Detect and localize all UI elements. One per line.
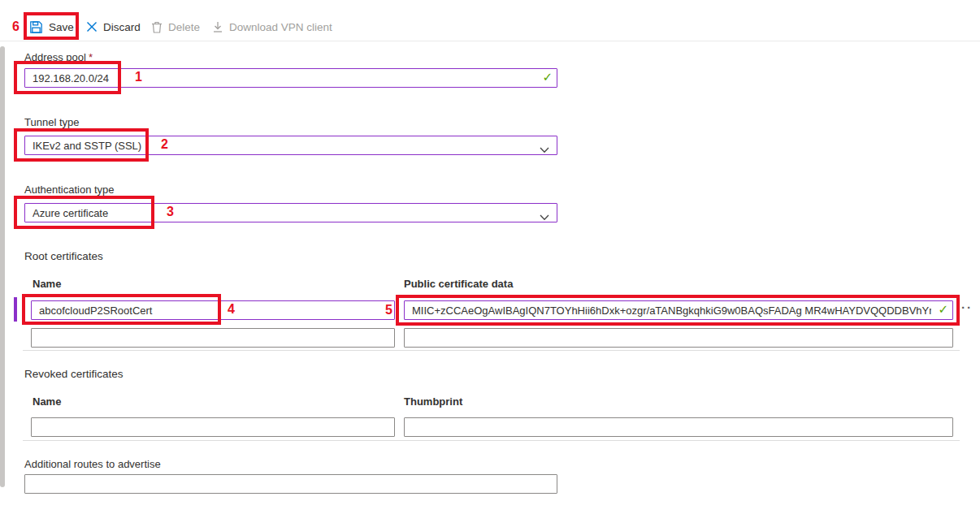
save-button-label: Save [49, 21, 74, 33]
additional-routes-label: Additional routes to advertise [24, 458, 161, 470]
address-pool-field: ✓ [24, 68, 557, 88]
root-cert-name-header: Name [33, 278, 61, 290]
root-cert-name-empty-field [31, 328, 395, 348]
floppy-disk-icon [29, 20, 43, 34]
tunnel-type-dropdown[interactable] [24, 136, 557, 155]
discard-button[interactable]: Discard [86, 18, 141, 36]
vertical-scrollbar[interactable] [0, 46, 5, 487]
additional-routes-field [24, 474, 557, 494]
p2s-vpn-configuration-page: Save Discard Delete Download VPN [0, 0, 980, 514]
download-arrow-icon [212, 21, 223, 33]
revoked-cert-thumbprint-input[interactable] [404, 417, 953, 437]
root-cert-data-input[interactable] [404, 300, 953, 320]
x-mark-icon [86, 21, 98, 32]
delete-button[interactable]: Delete [151, 18, 200, 36]
root-cert-data-field: ✓ [404, 300, 953, 320]
address-pool-label: Address pool* [24, 51, 93, 63]
annotation-digit-6: 6 [12, 19, 20, 34]
download-vpn-client-button[interactable]: Download VPN client [212, 18, 332, 36]
section-divider [23, 440, 960, 441]
row-context-menu-dots[interactable]: ·· [961, 300, 973, 316]
revoked-certificates-heading: Revoked certificates [24, 368, 124, 380]
toolbar-divider [0, 41, 980, 41]
root-certificates-heading: Root certificates [24, 250, 103, 262]
authentication-type-dropdown[interactable] [24, 203, 557, 222]
tunnel-type-value[interactable] [24, 136, 557, 155]
authentication-type-label: Authentication type [24, 184, 115, 196]
root-cert-name-input[interactable] [31, 300, 395, 320]
discard-button-label: Discard [103, 21, 141, 33]
additional-routes-input[interactable] [24, 474, 557, 494]
root-cert-data-empty-input[interactable] [404, 328, 953, 348]
section-divider [23, 350, 960, 351]
save-button[interactable]: Save [29, 18, 74, 36]
authentication-type-value[interactable] [24, 203, 557, 222]
revoked-cert-thumbprint-header: Thumbprint [404, 395, 462, 408]
tunnel-type-label: Tunnel type [24, 116, 79, 128]
revoked-cert-thumbprint-field [404, 417, 953, 437]
trash-icon [151, 21, 163, 33]
root-cert-data-empty-field [404, 328, 953, 348]
revoked-cert-name-input[interactable] [31, 417, 395, 437]
revoked-cert-name-field [31, 417, 395, 437]
root-cert-name-empty-input[interactable] [31, 328, 395, 348]
edited-row-indicator [14, 297, 17, 322]
root-cert-name-field [31, 300, 395, 320]
address-pool-input[interactable] [24, 68, 557, 88]
root-cert-data-header: Public certificate data [404, 278, 513, 290]
delete-button-label: Delete [168, 21, 200, 33]
required-asterisk: * [89, 51, 93, 63]
download-vpn-client-label: Download VPN client [229, 21, 332, 33]
revoked-cert-name-header: Name [33, 395, 61, 408]
